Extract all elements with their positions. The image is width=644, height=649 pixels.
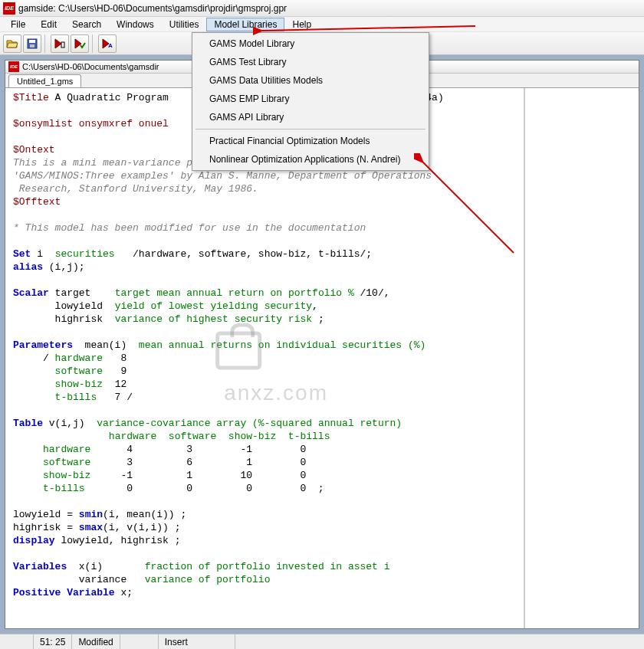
- status-insert: Insert: [159, 634, 235, 649]
- status-modified: Modified: [72, 634, 120, 649]
- child-app-icon: IDE: [8, 61, 19, 72]
- menu-model-libraries[interactable]: Model Libraries: [206, 18, 284, 31]
- svg-rect-2: [30, 44, 34, 48]
- menu-item-practical-financial[interactable]: Practical Financial Optimization Models: [194, 132, 427, 150]
- model-libraries-menu: GAMS Model Library GAMS Test Library GAM…: [192, 32, 429, 171]
- window-titlebar: IDE gamside: C:\Users\HD-06\Documents\ga…: [0, 0, 644, 17]
- menu-utilities[interactable]: Utilities: [162, 18, 207, 31]
- menubar: File Edit Search Windows Utilities Model…: [0, 17, 644, 32]
- menu-windows[interactable]: Windows: [109, 18, 162, 31]
- menu-item-gams-emp-library[interactable]: GAMS EMP Library: [194, 90, 427, 108]
- menu-item-nonlinear-optimization[interactable]: Nonlinear Optimization Applications (N. …: [194, 150, 427, 169]
- toolbar-separator: [44, 34, 48, 53]
- run-button[interactable]: [51, 34, 69, 53]
- status-position: 51: 25: [34, 634, 72, 649]
- child-title: C:\Users\HD-06\Documents\gamsdir: [22, 62, 159, 71]
- file-tab[interactable]: Untitled_1.gms: [8, 74, 81, 87]
- toolbar-separator: [92, 34, 95, 53]
- menu-item-gams-data-utilities[interactable]: GAMS Data Utilities Models: [194, 71, 427, 90]
- menu-item-gams-test-library[interactable]: GAMS Test Library: [194, 53, 427, 71]
- window-title: gamside: C:\Users\HD-06\Documents\gamsdi…: [18, 3, 287, 14]
- svg-text:A: A: [108, 42, 113, 49]
- menu-search[interactable]: Search: [64, 18, 109, 31]
- svg-rect-1: [29, 40, 35, 43]
- menu-edit[interactable]: Edit: [33, 18, 64, 31]
- open-button[interactable]: [3, 34, 21, 53]
- svg-rect-3: [61, 42, 64, 48]
- run-checked-button[interactable]: [71, 34, 89, 53]
- menu-item-gams-api-library[interactable]: GAMS API Library: [194, 108, 427, 126]
- menu-file[interactable]: File: [3, 18, 33, 31]
- statusbar: 51: 25 Modified Insert: [0, 634, 644, 649]
- run-a-button[interactable]: A: [98, 34, 117, 53]
- app-icon: IDE: [3, 2, 15, 15]
- menu-item-gams-model-library[interactable]: GAMS Model Library: [194, 34, 427, 53]
- menu-help[interactable]: Help: [284, 18, 319, 31]
- menu-separator: [196, 129, 426, 129]
- side-panel: [524, 88, 639, 628]
- save-button[interactable]: [23, 34, 41, 53]
